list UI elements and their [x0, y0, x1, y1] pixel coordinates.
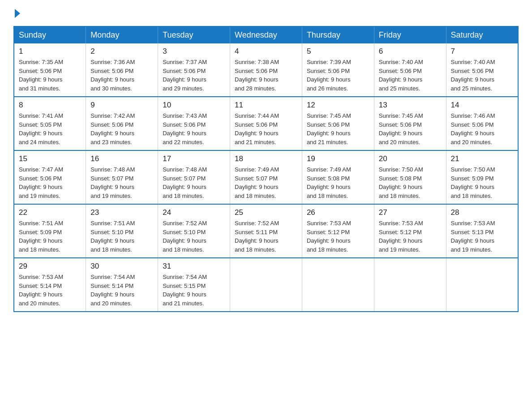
- day-info: Sunrise: 7:48 AMSunset: 5:07 PMDaylight:…: [163, 165, 225, 200]
- day-info: Sunrise: 7:40 AMSunset: 5:06 PMDaylight:…: [379, 58, 442, 93]
- day-number: 25: [235, 208, 297, 217]
- day-header-saturday: Saturday: [446, 26, 518, 43]
- table-row: 7Sunrise: 7:40 AMSunset: 5:06 PMDaylight…: [446, 43, 518, 97]
- day-number: 20: [379, 154, 442, 163]
- day-number: 31: [163, 262, 225, 271]
- table-row: 20Sunrise: 7:50 AMSunset: 5:08 PMDayligh…: [374, 150, 446, 204]
- day-info: Sunrise: 7:40 AMSunset: 5:06 PMDaylight:…: [451, 58, 513, 93]
- day-info: Sunrise: 7:49 AMSunset: 5:08 PMDaylight:…: [307, 165, 369, 200]
- table-row: 22Sunrise: 7:51 AMSunset: 5:09 PMDayligh…: [14, 204, 86, 258]
- day-number: 4: [235, 47, 297, 56]
- day-info: Sunrise: 7:53 AMSunset: 5:12 PMDaylight:…: [307, 219, 369, 254]
- day-number: 18: [235, 154, 297, 163]
- day-info: Sunrise: 7:53 AMSunset: 5:13 PMDaylight:…: [451, 219, 513, 254]
- day-header-thursday: Thursday: [302, 26, 374, 43]
- table-row: 28Sunrise: 7:53 AMSunset: 5:13 PMDayligh…: [446, 204, 518, 258]
- table-row: 18Sunrise: 7:49 AMSunset: 5:07 PMDayligh…: [230, 150, 302, 204]
- day-number: 1: [19, 47, 81, 56]
- table-row: 3Sunrise: 7:37 AMSunset: 5:06 PMDaylight…: [158, 43, 230, 97]
- day-number: 13: [379, 101, 442, 110]
- table-row: 5Sunrise: 7:39 AMSunset: 5:06 PMDaylight…: [302, 43, 374, 97]
- day-header-friday: Friday: [374, 26, 446, 43]
- calendar-week-4: 22Sunrise: 7:51 AMSunset: 5:09 PMDayligh…: [14, 204, 518, 258]
- logo-arrow-icon: [15, 9, 20, 18]
- day-info: Sunrise: 7:54 AMSunset: 5:15 PMDaylight:…: [163, 273, 225, 308]
- table-row: 8Sunrise: 7:41 AMSunset: 5:05 PMDaylight…: [14, 97, 86, 150]
- day-number: 21: [451, 154, 513, 163]
- day-info: Sunrise: 7:43 AMSunset: 5:06 PMDaylight:…: [163, 111, 225, 146]
- table-row: 14Sunrise: 7:46 AMSunset: 5:06 PMDayligh…: [446, 97, 518, 150]
- day-header-sunday: Sunday: [14, 26, 86, 43]
- day-info: Sunrise: 7:54 AMSunset: 5:14 PMDaylight:…: [90, 273, 153, 308]
- table-row: 17Sunrise: 7:48 AMSunset: 5:07 PMDayligh…: [158, 150, 230, 204]
- day-number: 10: [163, 101, 225, 110]
- day-info: Sunrise: 7:51 AMSunset: 5:09 PMDaylight:…: [19, 219, 81, 254]
- day-info: Sunrise: 7:53 AMSunset: 5:12 PMDaylight:…: [379, 219, 442, 254]
- day-info: Sunrise: 7:45 AMSunset: 5:06 PMDaylight:…: [379, 111, 442, 146]
- table-row: 12Sunrise: 7:45 AMSunset: 5:06 PMDayligh…: [302, 97, 374, 150]
- day-info: Sunrise: 7:41 AMSunset: 5:05 PMDaylight:…: [19, 111, 81, 146]
- day-info: Sunrise: 7:48 AMSunset: 5:07 PMDaylight:…: [90, 165, 153, 200]
- day-number: 11: [235, 101, 297, 110]
- table-row: 1Sunrise: 7:35 AMSunset: 5:06 PMDaylight…: [14, 43, 86, 97]
- day-header-wednesday: Wednesday: [230, 26, 302, 43]
- day-info: Sunrise: 7:50 AMSunset: 5:08 PMDaylight:…: [379, 165, 442, 200]
- table-row: 31Sunrise: 7:54 AMSunset: 5:15 PMDayligh…: [158, 258, 230, 312]
- day-number: 14: [451, 101, 513, 110]
- table-row: [230, 258, 302, 312]
- day-number: 9: [90, 101, 153, 110]
- calendar-week-5: 29Sunrise: 7:53 AMSunset: 5:14 PMDayligh…: [14, 258, 518, 312]
- day-number: 6: [379, 47, 442, 56]
- table-row: [374, 258, 446, 312]
- table-row: [302, 258, 374, 312]
- day-number: 8: [19, 101, 81, 110]
- table-row: 16Sunrise: 7:48 AMSunset: 5:07 PMDayligh…: [86, 150, 158, 204]
- day-number: 15: [19, 154, 81, 163]
- day-info: Sunrise: 7:35 AMSunset: 5:06 PMDaylight:…: [19, 58, 81, 93]
- day-info: Sunrise: 7:37 AMSunset: 5:06 PMDaylight:…: [163, 58, 225, 93]
- calendar-week-3: 15Sunrise: 7:47 AMSunset: 5:06 PMDayligh…: [14, 150, 518, 204]
- day-info: Sunrise: 7:53 AMSunset: 5:14 PMDaylight:…: [19, 273, 81, 308]
- table-row: 21Sunrise: 7:50 AMSunset: 5:09 PMDayligh…: [446, 150, 518, 204]
- table-row: 26Sunrise: 7:53 AMSunset: 5:12 PMDayligh…: [302, 204, 374, 258]
- day-info: Sunrise: 7:50 AMSunset: 5:09 PMDaylight:…: [451, 165, 513, 200]
- table-row: 9Sunrise: 7:42 AMSunset: 5:06 PMDaylight…: [86, 97, 158, 150]
- day-number: 3: [163, 47, 225, 56]
- logo: [13, 9, 20, 18]
- table-row: 27Sunrise: 7:53 AMSunset: 5:12 PMDayligh…: [374, 204, 446, 258]
- calendar-week-1: 1Sunrise: 7:35 AMSunset: 5:06 PMDaylight…: [14, 43, 518, 97]
- day-number: 5: [307, 47, 369, 56]
- day-info: Sunrise: 7:52 AMSunset: 5:11 PMDaylight:…: [235, 219, 297, 254]
- day-header-tuesday: Tuesday: [158, 26, 230, 43]
- day-info: Sunrise: 7:51 AMSunset: 5:10 PMDaylight:…: [90, 219, 153, 254]
- day-info: Sunrise: 7:36 AMSunset: 5:06 PMDaylight:…: [90, 58, 153, 93]
- table-row: 4Sunrise: 7:38 AMSunset: 5:06 PMDaylight…: [230, 43, 302, 97]
- day-number: 26: [307, 208, 369, 217]
- day-info: Sunrise: 7:46 AMSunset: 5:06 PMDaylight:…: [451, 111, 513, 146]
- day-number: 16: [90, 154, 153, 163]
- day-info: Sunrise: 7:38 AMSunset: 5:06 PMDaylight:…: [235, 58, 297, 93]
- day-number: 29: [19, 262, 81, 271]
- day-info: Sunrise: 7:44 AMSunset: 5:06 PMDaylight:…: [235, 111, 297, 146]
- calendar-week-2: 8Sunrise: 7:41 AMSunset: 5:05 PMDaylight…: [14, 97, 518, 150]
- table-row: 15Sunrise: 7:47 AMSunset: 5:06 PMDayligh…: [14, 150, 86, 204]
- table-row: 23Sunrise: 7:51 AMSunset: 5:10 PMDayligh…: [86, 204, 158, 258]
- day-number: 23: [90, 208, 153, 217]
- table-row: 30Sunrise: 7:54 AMSunset: 5:14 PMDayligh…: [86, 258, 158, 312]
- day-number: 17: [163, 154, 225, 163]
- table-row: 6Sunrise: 7:40 AMSunset: 5:06 PMDaylight…: [374, 43, 446, 97]
- table-row: 10Sunrise: 7:43 AMSunset: 5:06 PMDayligh…: [158, 97, 230, 150]
- table-row: [446, 258, 518, 312]
- day-number: 7: [451, 47, 513, 56]
- table-row: 13Sunrise: 7:45 AMSunset: 5:06 PMDayligh…: [374, 97, 446, 150]
- table-row: 29Sunrise: 7:53 AMSunset: 5:14 PMDayligh…: [14, 258, 86, 312]
- day-info: Sunrise: 7:39 AMSunset: 5:06 PMDaylight:…: [307, 58, 369, 93]
- day-info: Sunrise: 7:42 AMSunset: 5:06 PMDaylight:…: [90, 111, 153, 146]
- day-info: Sunrise: 7:52 AMSunset: 5:10 PMDaylight:…: [163, 219, 225, 254]
- day-number: 12: [307, 101, 369, 110]
- day-info: Sunrise: 7:45 AMSunset: 5:06 PMDaylight:…: [307, 111, 369, 146]
- day-header-monday: Monday: [86, 26, 158, 43]
- table-row: 24Sunrise: 7:52 AMSunset: 5:10 PMDayligh…: [158, 204, 230, 258]
- table-row: 19Sunrise: 7:49 AMSunset: 5:08 PMDayligh…: [302, 150, 374, 204]
- table-row: 2Sunrise: 7:36 AMSunset: 5:06 PMDaylight…: [86, 43, 158, 97]
